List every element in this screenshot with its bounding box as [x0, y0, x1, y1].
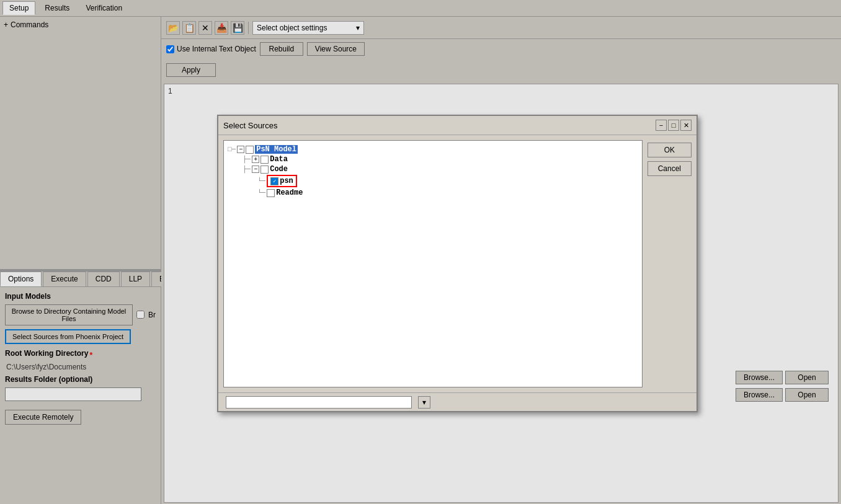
readme-label[interactable]: Readme: [276, 188, 303, 197]
root-checkbox[interactable]: [246, 146, 254, 154]
modal-controls: − □ ✕: [656, 120, 692, 131]
root-connector: □─: [228, 146, 236, 153]
psn-label[interactable]: psn: [280, 177, 293, 185]
root-label[interactable]: PsN Model: [255, 145, 298, 154]
modal-footer-button[interactable]: ▾: [418, 396, 430, 409]
data-expand[interactable]: +: [252, 156, 259, 163]
tree-item-readme: └─ Readme: [228, 188, 638, 198]
modal-titlebar: Select Sources − □ ✕: [218, 116, 696, 135]
modal-footer: ▾: [218, 392, 696, 411]
tree-item-data: ├─ + Data: [228, 154, 638, 164]
maximize-icon: □: [672, 122, 676, 129]
data-label[interactable]: Data: [270, 155, 288, 164]
modal-cancel-button[interactable]: Cancel: [647, 161, 692, 176]
modal-title: Select Sources: [223, 121, 277, 130]
minimize-icon: −: [659, 122, 663, 129]
psn-highlight-box: ✓ psn: [267, 175, 297, 187]
psn-checkbox[interactable]: ✓: [270, 177, 278, 185]
readme-checkbox[interactable]: [267, 189, 275, 197]
code-checkbox[interactable]: [260, 166, 269, 174]
tree-item-root: □─ − PsN Model: [228, 144, 638, 154]
data-checkbox[interactable]: [260, 156, 269, 164]
modal-footer-input[interactable]: [226, 396, 412, 409]
root-expand[interactable]: −: [237, 146, 244, 153]
modal-body: □─ − PsN Model ├─ + Data ├─ − C: [218, 135, 696, 392]
modal-minimize-button[interactable]: −: [656, 120, 667, 131]
modal-ok-button[interactable]: OK: [647, 143, 692, 157]
tree-item-psn: └─ ✓ psn: [228, 174, 638, 188]
tree-item-code: ├─ − Code: [228, 164, 638, 174]
tree-panel[interactable]: □─ − PsN Model ├─ + Data ├─ − C: [223, 140, 643, 387]
select-sources-dialog: Select Sources − □ ✕ □─ −: [217, 115, 698, 412]
modal-maximize-button[interactable]: □: [668, 120, 679, 131]
modal-overlay: Select Sources − □ ✕ □─ −: [0, 0, 841, 504]
modal-close-button[interactable]: ✕: [680, 120, 692, 131]
close-icon: ✕: [683, 122, 689, 130]
code-label[interactable]: Code: [270, 165, 288, 174]
psn-connector: └─: [257, 177, 265, 185]
data-connector: ├─: [243, 156, 251, 163]
modal-buttons: OK Cancel: [647, 140, 692, 387]
code-expand[interactable]: −: [252, 166, 259, 173]
code-connector: ├─: [243, 166, 251, 173]
readme-connector: └─: [257, 189, 265, 197]
